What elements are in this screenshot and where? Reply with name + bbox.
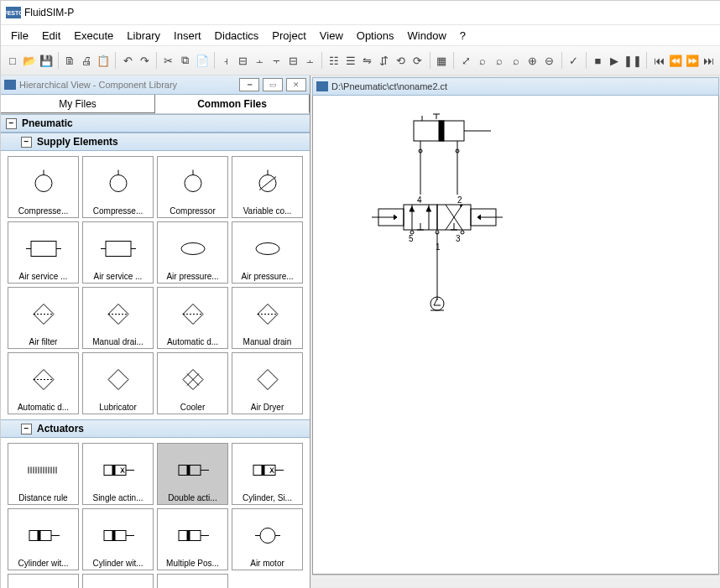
drawing-canvas[interactable]: 4 2 [312,96,719,575]
step-first-icon[interactable]: ⏮ [651,51,666,70]
component-cylinder-with-cushion[interactable]: Cylinder wit... [8,508,79,570]
zoom-fit-icon[interactable]: ⤢ [458,51,473,70]
minimize-button[interactable]: ━ [239,78,259,91]
component-cylinder-single-spring[interactable]: Cylinder, Si... [232,443,303,505]
undo-icon[interactable]: ↶ [120,51,135,70]
component-compressor[interactable]: Compressor [157,156,228,218]
tab-common-files[interactable]: Common Files [155,95,310,113]
subgroup-actuators[interactable]: −Actuators [1,419,310,438]
library-tabs: My Files Common Files [1,95,310,113]
open-file-icon[interactable]: 📂 [22,51,37,70]
pause-icon[interactable]: ❚❚ [623,51,642,70]
component-air-filter[interactable]: Air filter [8,287,79,349]
cut-icon[interactable]: ✂ [161,51,176,70]
zoom-window-icon[interactable]: ⌕ [475,51,490,70]
component-double-acting-cylinder[interactable]: Double acti... [157,443,228,505]
group-pneumatic[interactable]: −Pneumatic [1,114,310,133]
align-vcenter-icon[interactable]: ⊟ [285,51,300,70]
align-right-icon[interactable]: ⫠ [252,51,267,70]
mirror-v-icon[interactable]: ⇵ [377,51,392,70]
component-automatic-drain-filter[interactable]: Automatic d... [157,287,228,349]
component-air-pressure-reservoir-2[interactable]: Air pressure... [232,221,303,284]
component-semi-rotary[interactable] [8,574,79,588]
component-vacuum-cup[interactable] [157,574,228,588]
component-lubricator[interactable]: Lubricator [82,352,154,414]
copy-icon[interactable]: ⧉ [178,51,193,70]
circuit-diagram[interactable]: 4 2 [313,96,716,574]
component-distance-rule[interactable]: Distance rule [8,443,79,505]
menu-insert[interactable]: Insert [167,28,208,44]
align-hcenter-icon[interactable]: ⊟ [236,51,251,70]
component-grid: Compresse...Compresse...CompressorVariab… [1,151,310,419]
subgroup-supply-elements[interactable]: −Supply Elements [1,133,310,151]
step-fwd-icon[interactable]: ⏩ [685,51,700,70]
dist-v-icon[interactable]: ☰ [343,51,358,70]
workspace: Hierarchical View - Component Library ━ … [1,75,720,588]
maximize-button[interactable]: ▭ [263,78,283,91]
tab-my-files[interactable]: My Files [1,95,155,113]
component-manual-drain[interactable]: Manual drain [232,287,303,349]
new-file-icon[interactable]: □ [5,51,20,70]
zoom-prev-icon[interactable]: ⌕ [492,51,507,70]
component-automatic-drain[interactable]: Automatic d... [8,352,79,414]
component-single-acting-cylinder[interactable]: Single actin... [82,443,154,505]
menu-library[interactable]: Library [120,28,167,44]
component-air-motor[interactable]: Air motor [232,508,303,570]
collapse-icon[interactable]: − [21,424,32,434]
properties-icon[interactable]: 📋 [97,51,112,70]
double-acting-cylinder-symbol[interactable] [414,114,491,153]
menu-window[interactable]: Window [401,28,453,44]
menu-didactics[interactable]: Didactics [208,28,266,44]
preview-icon[interactable]: 🗎 [63,51,78,70]
svg-rect-70 [439,121,444,141]
step-last-icon[interactable]: ⏭ [702,51,717,70]
zoom-in-icon[interactable]: ⊕ [525,51,540,70]
component-compressed-air-supply[interactable]: Compresse... [8,156,79,218]
air-supply-symbol[interactable] [430,297,444,310]
menu-view[interactable]: View [313,28,350,44]
component-manual-drain-filter[interactable]: Manual drai... [82,287,154,349]
component-air-service-unit-simple[interactable]: Air service ... [82,221,154,284]
component-air-pressure-reservoir[interactable]: Air pressure... [157,221,228,284]
component-label: Cylinder wit... [82,559,154,570]
menu-file[interactable]: File [4,28,35,44]
align-bottom-icon[interactable]: ⫠ [302,51,317,70]
menu-[interactable]: ? [453,28,472,44]
component-air-service-unit[interactable]: Air service ... [8,221,79,284]
close-button[interactable]: ✕ [286,78,306,91]
collapse-icon[interactable]: − [21,137,32,148]
rotate-right-icon[interactable]: ⟳ [410,51,425,70]
component-cylinder-with-cushion-2[interactable]: Cylinder wit... [82,508,154,570]
menu-edit[interactable]: Edit [35,28,67,44]
component-rotary-actuator[interactable] [82,574,154,588]
redo-icon[interactable]: ↷ [137,51,152,70]
stop-icon[interactable]: ■ [590,51,605,70]
grid-icon[interactable]: ▦ [434,51,449,70]
component-air-dryer[interactable]: Air Dryer [232,352,303,414]
component-compressed-air-supply-2[interactable]: Compresse... [82,156,154,218]
menu-execute[interactable]: Execute [67,28,120,44]
collapse-icon[interactable]: − [6,118,17,129]
menu-options[interactable]: Options [350,28,401,44]
document-panel: D:\Pneumatic\ct\noname2.ct [310,75,720,588]
align-top-icon[interactable]: ⫟ [269,51,284,70]
component-variable-compressor[interactable]: Variable co... [232,156,303,218]
align-left-icon[interactable]: ⫞ [219,51,234,70]
dist-h-icon[interactable]: ☷ [326,51,342,70]
zoom-out-icon[interactable]: ⊖ [542,51,557,70]
paste-icon[interactable]: 📄 [195,51,210,70]
play-icon[interactable]: ▶ [607,51,622,70]
zoom-100-icon[interactable]: ⌕ [509,51,524,70]
mirror-h-icon[interactable]: ⇋ [360,51,375,70]
step-back-icon[interactable]: ⏪ [668,51,683,70]
rotate-left-icon[interactable]: ⟲ [394,51,409,70]
print-icon[interactable]: 🖨 [80,51,95,70]
component-multiple-position-cylinder[interactable]: Multiple Pos... [157,508,228,570]
horizontal-scrollbar[interactable] [312,575,719,587]
save-icon[interactable]: 💾 [39,51,54,70]
component-cooler[interactable]: Cooler [157,352,228,414]
library-tree[interactable]: −Pneumatic−Supply ElementsCompresse...Co… [1,113,310,588]
check-icon[interactable]: ✓ [566,51,582,70]
menu-project[interactable]: Project [265,28,312,44]
component-label: Manual drain [232,337,303,348]
